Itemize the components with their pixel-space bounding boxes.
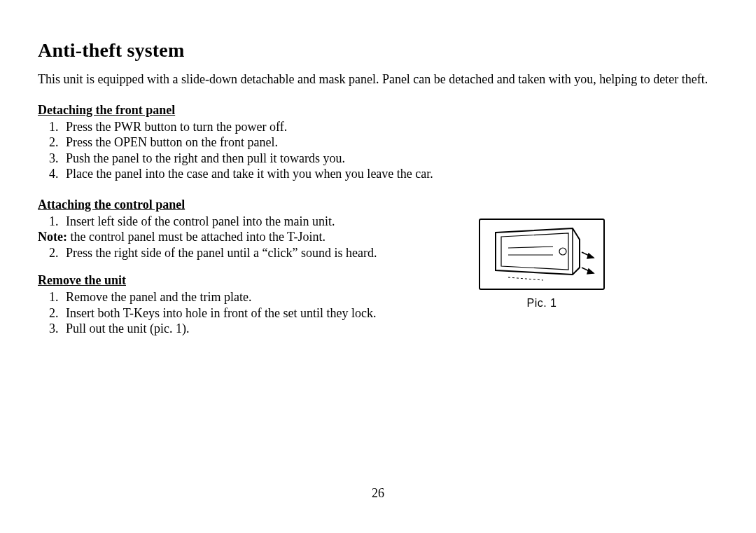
list-item: Place the panel into the case and take i… bbox=[62, 166, 721, 182]
note-label: Note: bbox=[38, 230, 67, 244]
section-attach: Attaching the control panel Insert left … bbox=[38, 198, 465, 261]
page-number: 26 bbox=[0, 486, 756, 501]
list-item: Pull out the unit (pic. 1). bbox=[62, 321, 465, 337]
svg-line-4 bbox=[508, 247, 553, 248]
steps-detach: Press the PWR button to turn the power o… bbox=[38, 119, 721, 182]
list-item: Insert left side of the control panel in… bbox=[62, 214, 465, 230]
list-item: Press the right side of the panel until … bbox=[62, 245, 465, 261]
svg-line-10 bbox=[508, 277, 543, 280]
svg-marker-2 bbox=[501, 233, 568, 270]
section-detach: Detaching the front panel Press the PWR … bbox=[38, 103, 721, 182]
heading-remove: Remove the unit bbox=[38, 273, 465, 288]
intro-paragraph: This unit is equipped with a slide-down … bbox=[38, 71, 721, 88]
steps-attach-bottom: Press the right side of the panel until … bbox=[38, 245, 465, 261]
figure-pic-1 bbox=[479, 219, 605, 290]
heading-attach: Attaching the control panel bbox=[38, 198, 465, 212]
list-item: Remove the panel and the trim plate. bbox=[62, 289, 465, 305]
left-column: Attaching the control panel Insert left … bbox=[38, 195, 465, 349]
two-column-region: Attaching the control panel Insert left … bbox=[38, 195, 721, 349]
svg-point-3 bbox=[559, 248, 566, 255]
list-item: Press the OPEN button on the front panel… bbox=[62, 134, 721, 151]
page-title: Anti-theft system bbox=[38, 39, 721, 62]
car-stereo-illustration-icon bbox=[480, 220, 603, 289]
heading-detach: Detaching the front panel bbox=[38, 103, 721, 118]
svg-marker-9 bbox=[587, 269, 594, 274]
svg-marker-0 bbox=[496, 228, 580, 275]
list-item: Press the PWR button to turn the power o… bbox=[62, 119, 721, 135]
figure-caption: Pic. 1 bbox=[479, 297, 605, 310]
steps-attach-top: Insert left side of the control panel in… bbox=[38, 214, 465, 230]
figure-column: Pic. 1 bbox=[479, 219, 605, 310]
list-item: Push the panel to the right and then pul… bbox=[62, 151, 721, 167]
note-text: the control panel must be attached into … bbox=[67, 230, 326, 244]
svg-marker-7 bbox=[587, 254, 594, 258]
section-remove: Remove the unit Remove the panel and the… bbox=[38, 273, 465, 337]
note-line: Note: the control panel must be attached… bbox=[38, 229, 465, 245]
steps-remove: Remove the panel and the trim plate. Ins… bbox=[38, 289, 465, 337]
list-item: Insert both T-Keys into hole in front of… bbox=[62, 305, 465, 321]
document-page: Anti-theft system This unit is equipped … bbox=[0, 0, 756, 533]
